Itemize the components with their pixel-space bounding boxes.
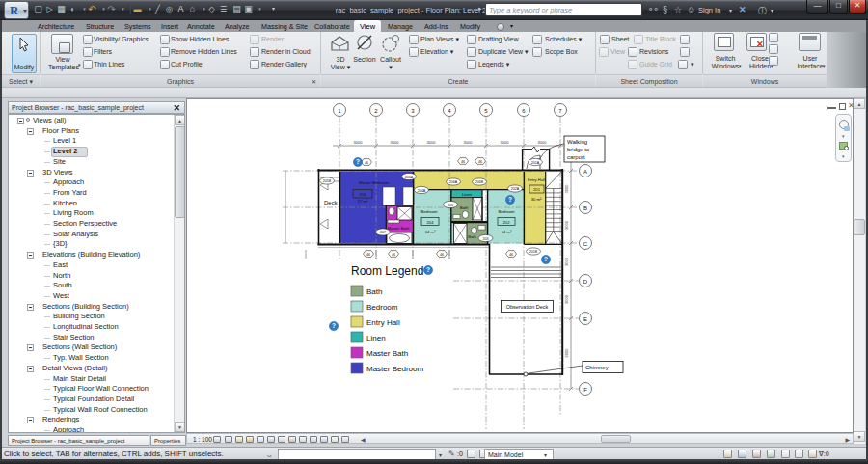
svg-text:Bedroom: Bedroom [366,303,398,312]
svg-text:46: 46 [461,160,465,164]
svg-text:Bath: Bath [366,287,382,296]
svg-text:D: D [583,279,588,285]
svg-text:Bedroom: Bedroom [499,209,516,214]
svg-text:205B: 205B [323,179,332,183]
svg-text:27 m²: 27 m² [358,199,368,204]
svg-text:Observation Deck: Observation Deck [506,304,549,310]
svg-text:3000: 3000 [391,140,400,145]
svg-text:Entry Hall: Entry Hall [528,177,545,182]
svg-text:Master Bath: Master Bath [388,226,410,231]
svg-text:46: 46 [366,253,370,257]
svg-text:203: 203 [483,237,489,241]
svg-text:3000: 3000 [538,140,548,145]
svg-text:201: 201 [533,187,541,192]
svg-text:206A: 206A [405,176,414,179]
svg-text:?: ? [508,196,512,203]
svg-text:E: E [583,316,587,322]
svg-text:3000: 3000 [464,140,474,145]
svg-text:6000: 6000 [564,348,569,358]
svg-text:3000: 3000 [564,220,569,230]
svg-text:?: ? [426,266,430,273]
svg-text:201B: 201B [529,250,538,254]
svg-text:Bath: Bath [468,234,476,239]
svg-text:F: F [583,387,587,393]
svg-text:Chimney: Chimney [585,365,609,370]
svg-text:Bedroom: Bedroom [421,209,439,214]
svg-text:46: 46 [365,161,368,165]
svg-text:C: C [583,241,588,247]
svg-text:Deck: Deck [324,200,339,205]
svg-text:?: ? [332,322,336,329]
svg-text:46: 46 [392,253,395,257]
svg-text:bridge to: bridge to [567,147,590,152]
svg-text:46: 46 [509,253,513,257]
svg-text:Walking: Walking [567,139,587,145]
svg-text:3000: 3000 [354,140,364,145]
svg-text:14 m²: 14 m² [425,230,436,234]
svg-text:3000: 3000 [564,257,569,266]
svg-text:207: 207 [380,231,386,234]
svg-text:carport: carport [567,154,585,160]
svg-text:202: 202 [503,220,511,225]
svg-text:Linen: Linen [366,334,386,342]
svg-text:201A: 201A [531,161,540,165]
svg-text:Bath: Bath [460,205,469,210]
svg-text:202A: 202A [511,187,520,191]
svg-text:3000: 3000 [564,184,569,194]
svg-text:205: 205 [448,204,453,207]
svg-text:A: A [583,169,587,175]
svg-text:3000: 3000 [564,294,569,304]
svg-text:3000: 3000 [427,140,437,145]
svg-text:Master Bath: Master Bath [366,349,408,358]
svg-text:3000: 3000 [501,140,510,145]
svg-text:46: 46 [478,160,482,164]
svg-text:46: 46 [440,253,444,257]
svg-text:Entry Hall: Entry Hall [366,318,400,327]
svg-text:B: B [583,205,587,211]
svg-text:204A: 204A [418,189,426,193]
svg-text:204: 204 [427,220,435,225]
svg-text:14 m²: 14 m² [502,230,512,234]
svg-text:Master Bedroom: Master Bedroom [359,180,389,185]
svg-text:30 m²: 30 m² [531,197,542,202]
svg-text:?: ? [356,158,360,165]
svg-text:Room Legend: Room Legend [351,264,423,278]
svg-text:Master Bedroom: Master Bedroom [366,365,423,373]
svg-text:Linen: Linen [462,192,473,197]
svg-text:206B: 206B [475,180,484,184]
svg-text:?: ? [544,256,548,262]
svg-text:206: 206 [360,192,367,197]
svg-text:206A: 206A [449,180,458,184]
